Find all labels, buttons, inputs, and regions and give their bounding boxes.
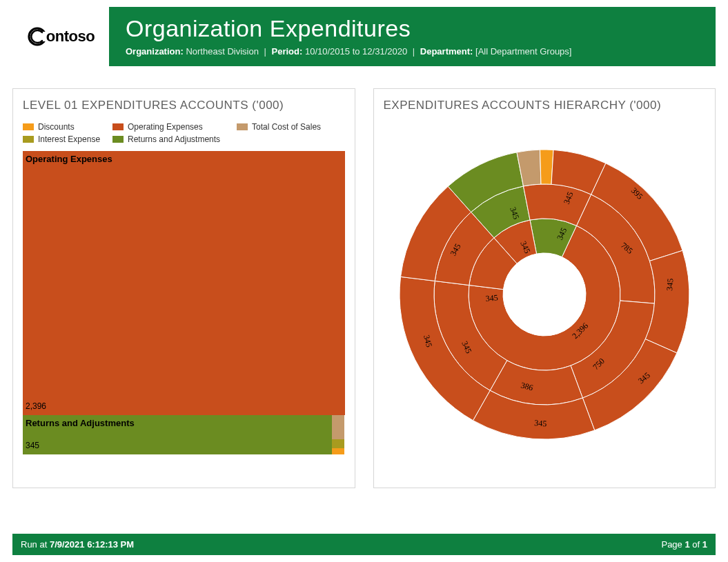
treemap-block-discounts[interactable] xyxy=(332,448,345,454)
treemap-block-total-cost[interactable] xyxy=(332,415,345,439)
run-prefix: Run at xyxy=(21,539,50,550)
panel-title-right: EXPENDITURES ACCOUNTS HIERARCHY ('000) xyxy=(384,99,706,112)
swatch-icon xyxy=(23,123,34,130)
dept-value: [All Department Groups] xyxy=(475,46,571,57)
period-label: Period: xyxy=(272,46,303,57)
org-value: Northeast Division xyxy=(186,46,259,57)
period-value: 10/10/2015 to 12/31/2020 xyxy=(305,46,407,57)
org-label: Organization: xyxy=(126,46,184,57)
footer-pagenum: Page 1 of 1 xyxy=(661,539,707,550)
legend-item: Interest Expense xyxy=(23,134,112,144)
dept-label: Department: xyxy=(420,46,473,57)
run-time: 7/9/2021 6:12:13 PM xyxy=(50,539,134,550)
legend-label: Operating Expenses xyxy=(128,122,203,132)
sunburst-svg: 2,396 345 345 345 785 750 386 345 345 34… xyxy=(386,136,703,453)
footer-runtime: Run at 7/9/2021 6:12:13 PM xyxy=(21,539,134,550)
legend-item: Operating Expenses xyxy=(112,122,237,132)
panels-row: LEVEL 01 EXPENDITURES ACCOUNTS ('000) Di… xyxy=(12,88,716,488)
treemap-block-operating-expenses[interactable]: Operating Expenses 2,396 xyxy=(23,151,345,415)
logo-text: ontoso xyxy=(46,28,95,46)
page-num: 1 xyxy=(685,539,689,550)
treemap-block-label: Operating Expenses xyxy=(23,151,345,164)
legend-label: Returns and Adjustments xyxy=(128,134,220,144)
swatch-icon xyxy=(23,136,34,143)
swatch-icon xyxy=(237,123,248,130)
legend-item: Total Cost of Sales xyxy=(237,122,340,132)
page-total: 1 xyxy=(702,539,707,550)
sun-label: 345 xyxy=(485,292,498,303)
sun-label: 345 xyxy=(533,418,547,429)
swatch-icon xyxy=(112,123,124,130)
sun-label: 345 xyxy=(665,278,676,291)
report-footer: Run at 7/9/2021 6:12:13 PM Page 1 of 1 xyxy=(12,534,716,555)
title-bar: Organization Expenditures Organization: … xyxy=(109,7,716,66)
page-title: Organization Expenditures xyxy=(126,15,699,42)
sunburst-panel: EXPENDITURES ACCOUNTS HIERARCHY ('000) xyxy=(373,88,716,488)
treemap-legend: Discounts Operating Expenses Total Cost … xyxy=(23,122,345,144)
legend-item: Returns and Adjustments xyxy=(112,134,237,144)
separator: | xyxy=(413,46,415,57)
legend-label: Interest Expense xyxy=(38,134,100,144)
logo-box: ontoso xyxy=(12,7,109,66)
subtitle: Organization: Northeast Division | Perio… xyxy=(126,46,699,57)
treemap-chart[interactable]: Operating Expenses 2,396 Returns and Adj… xyxy=(23,151,345,454)
legend-label: Total Cost of Sales xyxy=(252,122,321,132)
treemap-block-value: 345 xyxy=(23,441,43,453)
legend-label: Discounts xyxy=(38,122,75,132)
swatch-icon xyxy=(112,136,124,143)
page-prefix: Page xyxy=(661,539,685,550)
contoso-logo: ontoso xyxy=(27,26,95,47)
panel-title-left: LEVEL 01 EXPENDITURES ACCOUNTS ('000) xyxy=(23,99,345,112)
treemap-panel: LEVEL 01 EXPENDITURES ACCOUNTS ('000) Di… xyxy=(12,88,355,488)
treemap-block-value: 2,396 xyxy=(23,401,50,414)
treemap-block-returns[interactable]: Returns and Adjustments 345 xyxy=(23,415,332,454)
treemap-block-label: Returns and Adjustments xyxy=(23,415,332,428)
report-header: ontoso Organization Expenditures Organiz… xyxy=(12,7,716,66)
separator: | xyxy=(264,46,266,57)
contoso-c-icon xyxy=(27,26,48,47)
page-of: of xyxy=(690,539,702,550)
sunburst-chart[interactable]: 2,396 345 345 345 785 750 386 345 345 34… xyxy=(384,122,706,467)
legend-item: Discounts xyxy=(23,122,112,132)
treemap-block-interest[interactable] xyxy=(332,439,345,448)
sunburst-hole xyxy=(503,253,586,336)
